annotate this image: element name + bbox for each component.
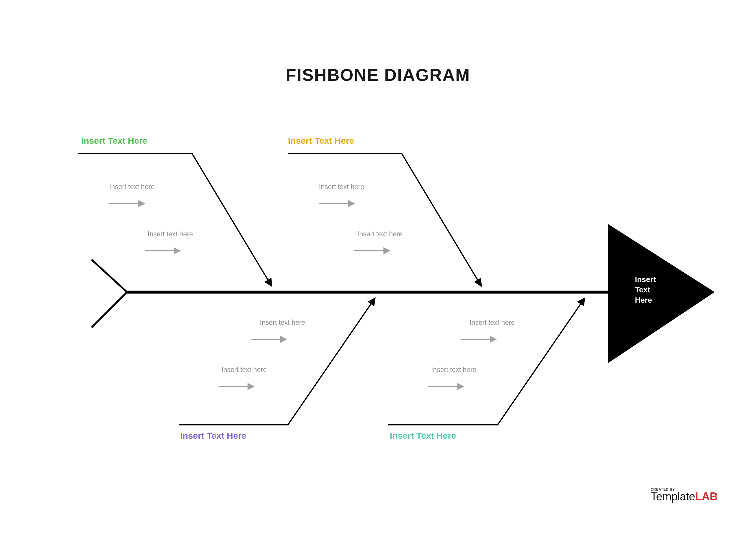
- tail-upper: [92, 260, 127, 292]
- bone-top-right: [288, 153, 481, 286]
- category-bottom-left[interactable]: Insert Text Here: [180, 431, 247, 441]
- bone-bottom-left: [179, 298, 375, 425]
- tail-lower: [92, 292, 127, 327]
- category-top-left[interactable]: Insert Text Here: [81, 136, 148, 146]
- category-bottom-right[interactable]: Insert Text Here: [390, 431, 456, 441]
- sub-bottom-right-2[interactable]: Insert text here: [431, 366, 476, 374]
- head-text[interactable]: Insert Text Here: [635, 274, 656, 305]
- sub-bottom-right-1[interactable]: Insert text here: [470, 318, 515, 327]
- fishbone-svg: [0, 0, 756, 534]
- sub-bottom-left-1[interactable]: Insert text here: [260, 318, 305, 327]
- sub-bottom-left-2[interactable]: Insert text here: [222, 366, 267, 374]
- fish-head: [608, 224, 715, 363]
- sub-top-right-2[interactable]: Insert text here: [357, 230, 402, 238]
- sub-top-left-2[interactable]: Insert text here: [148, 230, 193, 238]
- sub-top-left-1[interactable]: Insert text here: [109, 183, 154, 191]
- brand-logo: TemplateLAB: [651, 490, 717, 503]
- fishbone-diagram-page: FISHBONE DIAGRAM: [0, 0, 756, 534]
- brand-accent: LAB: [695, 490, 717, 503]
- head-line3: Here: [635, 295, 652, 304]
- head-line1: Insert: [635, 275, 656, 284]
- category-top-right[interactable]: Insert Text Here: [288, 136, 354, 146]
- footer-branding: CREATED BY TemplateLAB: [651, 487, 717, 503]
- sub-top-right-1[interactable]: Insert text here: [319, 183, 364, 191]
- bone-bottom-right: [388, 298, 585, 425]
- bone-top-left: [78, 153, 272, 286]
- head-line2: Text: [635, 285, 650, 294]
- brand-main: Template: [651, 490, 695, 503]
